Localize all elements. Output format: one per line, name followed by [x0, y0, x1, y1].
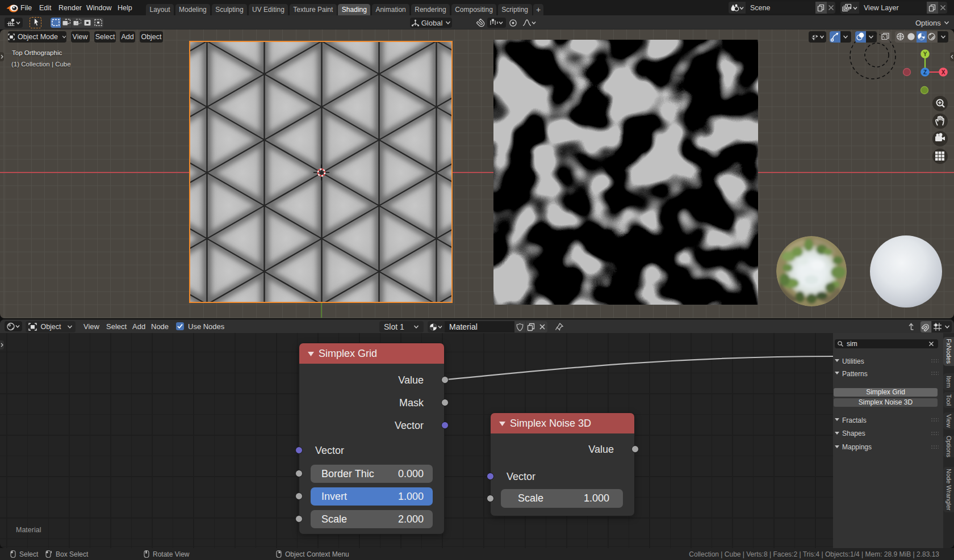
- svg-text:Y: Y: [923, 51, 927, 57]
- svg-text:X: X: [942, 69, 945, 75]
- svg-text:Z: Z: [923, 69, 927, 75]
